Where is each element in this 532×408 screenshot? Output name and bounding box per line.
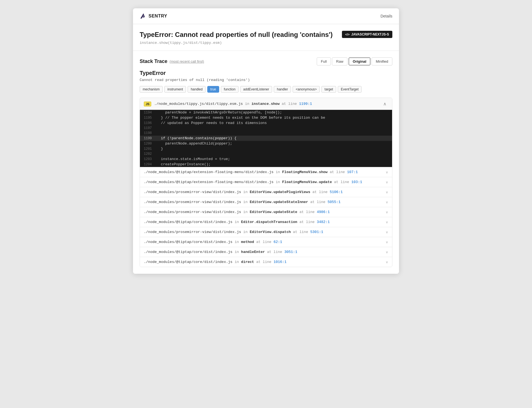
collapsed-frame-path-3: ./node_modules/prosemirror-view/dist/ind… [144, 200, 383, 204]
project-badge-text: JAVASCRIPT-NEXTJS-S [351, 32, 389, 36]
collapsed-frame-8[interactable]: ./node_modules/@tiptap/core/dist/index.j… [140, 247, 392, 257]
tag-anonymous: <anonymous> [293, 86, 320, 93]
chevron-down-icon: ∨ [386, 170, 388, 174]
in-keyword: in [245, 102, 251, 106]
minified-view-button[interactable]: Minified [372, 57, 392, 65]
stack-trace-header: Stack Trace (most recent call first) Ful… [140, 57, 392, 65]
error-title-row: TypeError: Cannot read properties of nul… [140, 31, 392, 39]
main-container: SENTRY Details TypeError: Cannot read pr… [133, 8, 399, 274]
chevron-down-icon: ∨ [386, 220, 388, 224]
error-message: Cannot read properties of null (reading … [140, 78, 392, 82]
chevron-down-icon: ∨ [386, 230, 388, 234]
collapsed-frames-container: ./node_modules/@tiptap/extension-floatin… [140, 167, 392, 267]
expanded-frame-path: ./node_modules/tippy.js/dist/tippy.esm.j… [154, 102, 379, 106]
tag-mechanism: mechanism [140, 86, 163, 93]
code-icon: </> [345, 33, 350, 36]
chevron-down-icon: ∨ [386, 200, 388, 204]
collapsed-frame-5[interactable]: ./node_modules/@tiptap/core/dist/index.j… [140, 217, 392, 227]
tag-instrument: instrument [164, 86, 186, 93]
collapsed-frame-path-8: ./node_modules/@tiptap/core/dist/index.j… [144, 250, 383, 254]
project-badge: </> JAVASCRIPT-NEXTJS-S [342, 31, 392, 38]
line-number-label: 1197 [140, 126, 157, 130]
logo: SENTRY [140, 13, 167, 19]
collapsed-frame-path-9: ./node_modules/@tiptap/core/dist/index.j… [144, 260, 383, 264]
chevron-down-icon: ∨ [386, 190, 388, 194]
tag-function: function [221, 86, 239, 93]
line-number-label: 1196 [140, 121, 157, 125]
expanded-frame-header: JS ./node_modules/tippy.js/dist/tippy.es… [140, 98, 392, 110]
collapsed-frame-6[interactable]: ./node_modules/prosemirror-view/dist/ind… [140, 227, 392, 237]
code-line-1199: 1199 if (!parentNode.contains(popper)) { [140, 136, 392, 141]
line-number-label: 1199 [140, 136, 157, 140]
collapsed-frame-2[interactable]: ./node_modules/prosemirror-view/dist/ind… [140, 187, 392, 197]
tag-target: target [321, 86, 336, 93]
line-content: instance.state.isMounted = true; [157, 157, 230, 161]
collapsed-frame-path-4: ./node_modules/prosemirror-view/dist/ind… [144, 210, 383, 214]
collapsed-frame-path-6: ./node_modules/prosemirror-view/dist/ind… [144, 230, 383, 234]
collapsed-frame-path-7: ./node_modules/@tiptap/core/dist/index.j… [144, 240, 383, 244]
raw-view-button[interactable]: Raw [332, 57, 347, 65]
header: SENTRY Details [133, 8, 399, 24]
chevron-down-icon: ∨ [386, 180, 388, 184]
stack-trace-subtitle: (most recent call first) [170, 59, 204, 64]
chevron-down-icon: ∨ [386, 240, 388, 244]
line-number-label: 1195 [140, 116, 157, 120]
stack-trace-title-row: Stack Trace (most recent call first) [140, 59, 204, 64]
line-content: parentNode.appendChild(popper); [157, 141, 232, 146]
code-line-1195: 1195 } // The popper element needs to ex… [140, 115, 392, 120]
code-line-1201: 1201 } [140, 146, 392, 151]
line-content: } [157, 147, 163, 151]
sentry-logo-icon [140, 13, 146, 19]
collapse-button[interactable]: ∧ [382, 101, 388, 107]
code-line-1194: 1194 parentNode = invokeWithArgsOrReturn… [140, 110, 392, 115]
tag-handler: handler [274, 86, 291, 93]
collapsed-frame-path-2: ./node_modules/prosemirror-view/dist/ind… [144, 190, 383, 194]
js-badge: JS [144, 102, 151, 107]
full-view-button[interactable]: Full [317, 57, 331, 65]
collapsed-frame-4[interactable]: ./node_modules/prosemirror-view/dist/ind… [140, 207, 392, 217]
line-number-label: 1201 [140, 147, 157, 151]
at-line-label: at line [282, 102, 299, 106]
collapsed-frame-path-1: ./node_modules/@tiptap/extension-floatin… [144, 180, 383, 184]
error-subtitle: instance.show(tippy.js/dist/tippy.esm) [140, 41, 392, 45]
expanded-frame: JS ./node_modules/tippy.js/dist/tippy.es… [140, 98, 392, 167]
collapsed-frame-1[interactable]: ./node_modules/@tiptap/extension-floatin… [140, 177, 392, 187]
most-recent-link[interactable]: (most recent call first) [170, 59, 204, 64]
line-content: // updated as Popper needs to read its d… [157, 121, 267, 125]
line-content: if (!parentNode.contains(popper)) { [157, 136, 237, 140]
tag-handled: handled [188, 86, 206, 93]
line-number-label: 1200 [140, 142, 157, 146]
details-link[interactable]: Details [380, 14, 392, 18]
error-type: TypeError [140, 70, 392, 76]
chevron-down-icon: ∨ [386, 210, 388, 214]
collapsed-frame-9[interactable]: ./node_modules/@tiptap/core/dist/index.j… [140, 257, 392, 267]
code-line-1198: 1198 [140, 131, 392, 136]
collapsed-frame-0[interactable]: ./node_modules/@tiptap/extension-floatin… [140, 167, 392, 177]
tags-row: mechanisminstrumenthandledtruefunctionad… [140, 86, 392, 93]
line-content: parentNode = invokeWithArgsOrReturn(appe… [157, 110, 282, 115]
stack-frame-container: JS ./node_modules/tippy.js/dist/tippy.es… [140, 98, 392, 267]
stack-trace-section: Stack Trace (most recent call first) Ful… [133, 51, 399, 274]
line-number-label: 1198 [140, 131, 157, 135]
tag-true: true [207, 86, 219, 93]
line-number-label: 1204 [140, 163, 157, 166]
chevron-down-icon: ∨ [386, 250, 388, 254]
code-line-1203: 1203 instance.state.isMounted = true; [140, 156, 392, 162]
view-buttons: Full Raw Original Minified [317, 57, 392, 65]
chevron-down-icon: ∨ [386, 260, 388, 264]
line-number-label: 1194 [140, 111, 157, 115]
line-content: } // The popper element needs to exist o… [157, 116, 325, 120]
code-line-1196: 1196 // updated as Popper needs to read … [140, 120, 392, 126]
collapsed-frame-7[interactable]: ./node_modules/@tiptap/core/dist/index.j… [140, 237, 392, 247]
code-line-1202: 1202 [140, 151, 392, 156]
error-section: TypeError: Cannot read properties of nul… [133, 24, 399, 51]
line-number-label: 1202 [140, 152, 157, 156]
file-path: ./node_modules/tippy.js/dist/tippy.esm.j… [154, 102, 243, 106]
line-content: createPopperInstance(); [157, 162, 211, 166]
collapsed-frame-3[interactable]: ./node_modules/prosemirror-view/dist/ind… [140, 197, 392, 207]
tag-EventTarget: EventTarget [338, 86, 362, 93]
collapsed-frame-path-0: ./node_modules/@tiptap/extension-floatin… [144, 170, 383, 174]
line-number-label: 1203 [140, 157, 157, 161]
code-block: 1194 parentNode = invokeWithArgsOrReturn… [140, 110, 392, 167]
original-view-button[interactable]: Original [349, 57, 370, 65]
